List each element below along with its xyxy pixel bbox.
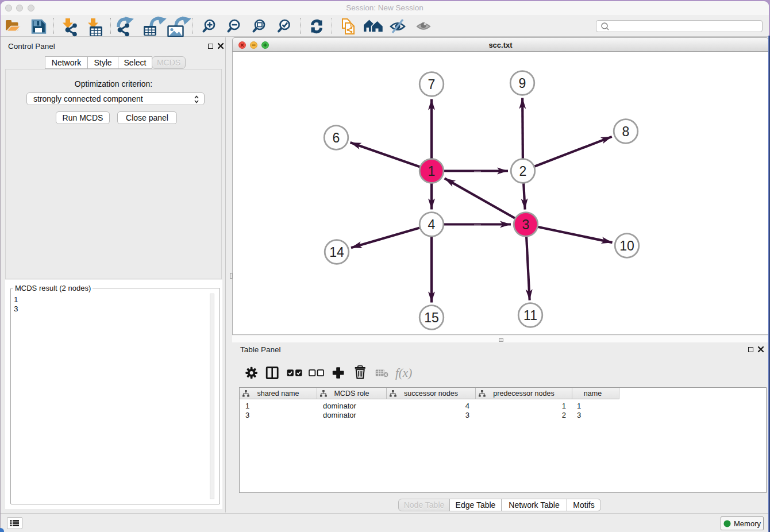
svg-text:4: 4 [428, 217, 436, 232]
svg-text:8: 8 [622, 124, 630, 139]
svg-text:11: 11 [523, 308, 537, 323]
svg-text:10: 10 [619, 238, 634, 253]
svg-text:2: 2 [519, 164, 527, 179]
svg-text:6: 6 [333, 130, 340, 145]
svg-text:9: 9 [519, 76, 526, 91]
svg-text:14: 14 [329, 245, 344, 260]
svg-text:7: 7 [428, 77, 436, 92]
svg-text:f(x): f(x) [395, 366, 412, 380]
svg-text:3: 3 [522, 217, 530, 232]
svg-text:15: 15 [424, 310, 439, 325]
svg-text:1: 1 [428, 164, 436, 179]
